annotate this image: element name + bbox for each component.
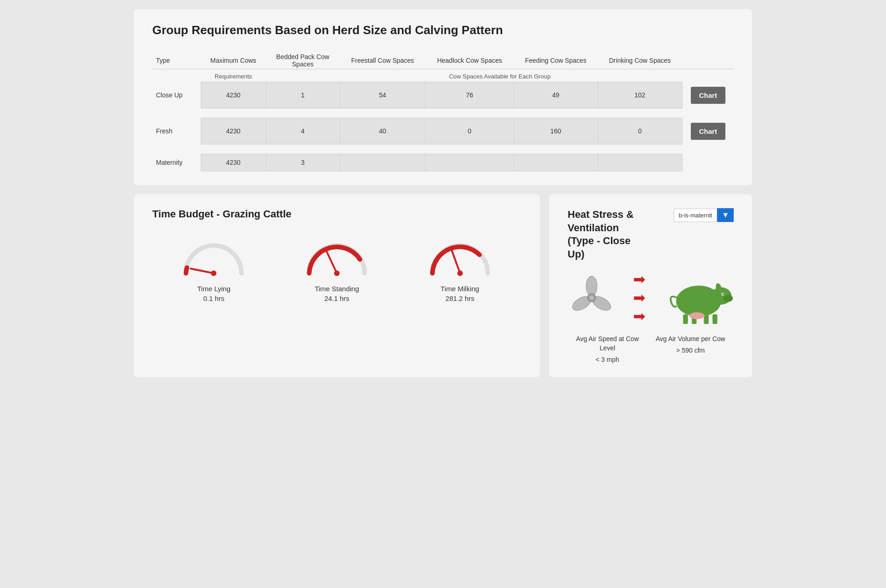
heat-stress-title: Heat Stress &Ventilation(Type - CloseUp): [568, 208, 634, 261]
row-fresh-drinking: 0: [598, 118, 682, 144]
dropdown-arrow-button[interactable]: ▼: [717, 208, 734, 222]
avg-air-speed-item: Avg Air Speed at CowLevel < 3 mph: [576, 335, 639, 363]
subheader-requirements: Requirements: [201, 69, 266, 82]
row-maternity-chart-cell: [682, 154, 734, 171]
avg-air-speed-label: Avg Air Speed at CowLevel: [576, 335, 639, 353]
svg-rect-18: [712, 314, 718, 324]
gauges-container: Time Lying 0.1 hrs Time Standing: [152, 234, 521, 302]
col-beddedpack-header: Bedded Pack Cow Spaces: [266, 48, 340, 69]
row-fresh-freestall: 40: [340, 118, 425, 144]
svg-point-21: [689, 312, 704, 319]
row-closeup-feeding: 49: [514, 82, 598, 108]
svg-point-13: [723, 295, 733, 302]
time-budget-card: Time Budget - Grazing Cattle Time Lying …: [134, 194, 540, 377]
table-row: Maternity 4230 3: [152, 154, 734, 171]
svg-line-2: [325, 249, 337, 273]
col-chart-header: [682, 48, 734, 69]
main-container: Group Requirements Based on Herd Size an…: [134, 9, 752, 377]
heat-stress-header: Heat Stress &Ventilation(Type - CloseUp)…: [568, 208, 734, 261]
dropdown-value: b-is-maternit: [674, 209, 717, 222]
row-closeup-freestall: 54: [340, 82, 425, 108]
arrows-container: ➡ ➡ ➡: [633, 272, 646, 324]
row-maternity-maxcows: 4230: [201, 154, 266, 171]
row-maternity-label: Maternity: [152, 154, 201, 171]
row-fresh-chart-cell: Chart: [682, 118, 734, 144]
gauge-standing-value: 24.1 hrs: [324, 294, 349, 302]
row-fresh-feeding: 160: [514, 118, 598, 144]
dropdown-container: b-is-maternit ▼: [674, 208, 734, 222]
row-maternity-bedded: 3: [266, 154, 340, 171]
fresh-chart-button[interactable]: Chart: [691, 123, 725, 140]
fan-container: [569, 275, 615, 321]
arrow-right-1: ➡: [633, 272, 646, 287]
gauge-lying-svg: [177, 234, 251, 280]
gauge-milking-label: Time Milking: [441, 285, 479, 293]
arrow-right-3: ➡: [633, 309, 646, 324]
gauge-standing-svg: [300, 234, 374, 280]
gauge-milking-svg: [423, 234, 497, 280]
subheader-cowspaces: Cow Spaces Available for Each Group: [266, 69, 734, 82]
svg-point-1: [211, 270, 216, 276]
table-row: Fresh 4230 4 40 0 160 0 Chart: [152, 118, 734, 144]
cow-icon: [664, 270, 733, 325]
gauge-lying-value: 0.1 hrs: [203, 294, 224, 302]
gauge-lying-label: Time Lying: [197, 285, 230, 293]
gauge-milking-value: 281.2 hrs: [445, 294, 474, 302]
row-fresh-maxcows: 4230: [201, 118, 266, 144]
row-closeup-drinking: 102: [598, 82, 682, 108]
row-maternity-freestall: [340, 154, 425, 171]
group-requirements-card: Group Requirements Based on Herd Size an…: [134, 9, 752, 185]
svg-rect-17: [704, 314, 709, 324]
gauge-standing-item: Time Standing 24.1 hrs: [300, 234, 374, 302]
svg-rect-15: [683, 314, 688, 324]
closeup-chart-button[interactable]: Chart: [691, 87, 725, 104]
vent-info: Avg Air Speed at CowLevel < 3 mph Avg Ai…: [568, 335, 734, 363]
card-title: Group Requirements Based on Herd Size an…: [152, 23, 734, 37]
row-closeup-maxcows: 4230: [201, 82, 266, 108]
avg-air-volume-item: Avg Air Volume per Cow > 590 cfm: [656, 335, 725, 363]
group-requirements-table: Type Maximum Cows Bedded Pack Cow Spaces…: [152, 48, 734, 171]
avg-air-speed-value: < 3 mph: [576, 356, 639, 363]
row-fresh-headlock: 0: [425, 118, 514, 144]
svg-point-5: [457, 270, 463, 276]
svg-point-20: [722, 294, 724, 295]
col-type-header: Type: [152, 48, 201, 69]
arrow-right-2: ➡: [633, 290, 646, 305]
row-closeup-bedded: 1: [266, 82, 340, 108]
row-closeup-label: Close Up: [152, 82, 201, 108]
row-fresh-label: Fresh: [152, 118, 201, 144]
row-closeup-headlock: 76: [425, 82, 514, 108]
gauge-lying-item: Time Lying 0.1 hrs: [177, 234, 251, 302]
heat-stress-card: Heat Stress &Ventilation(Type - CloseUp)…: [549, 194, 752, 377]
table-row: Close Up 4230 1 54 76 49 102 Chart: [152, 82, 734, 108]
bottom-row: Time Budget - Grazing Cattle Time Lying …: [134, 194, 752, 377]
col-headlock-header: Headlock Cow Spaces: [425, 48, 514, 69]
row-maternity-drinking: [598, 154, 682, 171]
col-freestall-header: Freestall Cow Spaces: [340, 48, 425, 69]
svg-line-4: [451, 248, 460, 273]
svg-point-3: [334, 270, 340, 276]
subheader-empty: [152, 69, 201, 82]
row-maternity-feeding: [514, 154, 598, 171]
svg-line-0: [191, 269, 214, 273]
time-budget-title: Time Budget - Grazing Cattle: [152, 208, 521, 220]
gauge-milking-item: Time Milking 281.2 hrs: [423, 234, 497, 302]
col-maxcows-header: Maximum Cows: [201, 48, 266, 69]
gauge-standing-label: Time Standing: [315, 285, 359, 293]
row-closeup-chart-cell: Chart: [682, 82, 734, 108]
cow-container: [664, 270, 733, 325]
svg-point-10: [589, 295, 594, 300]
ventilation-visual: ➡ ➡ ➡: [568, 270, 734, 325]
avg-air-volume-value: > 590 cfm: [656, 347, 725, 354]
col-drinking-header: Drinking Cow Spaces: [598, 48, 682, 69]
fan-icon: [569, 275, 615, 321]
col-feeding-header: Feeding Cow Spaces: [514, 48, 598, 69]
avg-air-volume-label: Avg Air Volume per Cow: [656, 335, 725, 344]
row-fresh-bedded: 4: [266, 118, 340, 144]
row-maternity-headlock: [425, 154, 514, 171]
